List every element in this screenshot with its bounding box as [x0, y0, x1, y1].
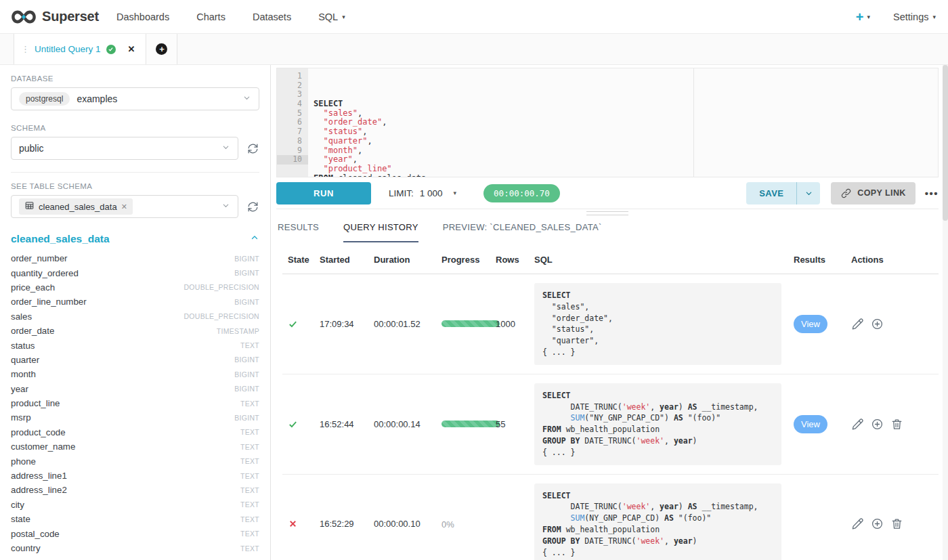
save-split-button: SAVE [746, 182, 820, 204]
schema-column-row: product_lineTEXT [11, 396, 259, 410]
query-duration: 00:00:00.10 [374, 519, 441, 529]
limit-value: 1 000 [420, 188, 443, 198]
add-tab-button[interactable]: + [146, 34, 177, 64]
trash-icon[interactable] [890, 418, 903, 431]
view-results-button[interactable]: View [794, 415, 827, 433]
save-button[interactable]: SAVE [746, 182, 796, 204]
edit-icon[interactable] [851, 318, 864, 330]
sql-snippet: SELECT DATE_TRUNC('week', year) AS __tim… [534, 383, 781, 465]
column-type: TEXT [240, 500, 259, 509]
database-select[interactable]: postgresql examples [11, 87, 259, 110]
query-tabstrip: ⋮ Untitled Query 1 ✕ + [0, 34, 948, 65]
caret-down-icon: ▾ [932, 14, 936, 20]
column-type: BIGINT [234, 414, 259, 422]
nav-item-sql[interactable]: SQL▾ [318, 12, 345, 22]
schema-label: SCHEMA [11, 124, 259, 132]
schema-value: public [19, 143, 44, 154]
column-type: DOUBLE_PRECISION [184, 283, 259, 291]
column-type: TEXT [240, 472, 259, 480]
schema-column-row: customer_nameTEXT [11, 439, 259, 454]
column-type: DOUBLE_PRECISION [184, 312, 259, 320]
edit-icon[interactable] [851, 418, 864, 431]
code-line: "month", [308, 146, 938, 156]
query-results-cell: View [794, 315, 851, 333]
schema-column-row: statusTEXT [11, 338, 259, 352]
collapse-table-icon[interactable] [250, 233, 259, 245]
column-name: sales [11, 311, 32, 322]
refresh-tables-icon[interactable] [246, 200, 259, 213]
history-col-header: Duration [374, 255, 441, 265]
splitter-grip[interactable] [586, 211, 628, 218]
chevron-down-icon [221, 142, 230, 154]
nav-item-dashboards[interactable]: Dashboards [116, 12, 169, 22]
save-options-chevron-icon[interactable] [797, 182, 820, 204]
caret-down-icon: ▾ [867, 14, 871, 20]
line-number: 8 [277, 137, 308, 146]
line-number: 9 [277, 146, 308, 156]
sidebar: DATABASE postgresql examples SCHEMA publ… [0, 65, 271, 560]
navbar: Superset DashboardsChartsDatasetsSQL▾ + … [0, 0, 948, 34]
brand[interactable]: Superset [11, 9, 99, 25]
tab-query-history[interactable]: QUERY HISTORY [343, 222, 418, 242]
nav-item-label: Charts [196, 12, 225, 22]
superset-logo-icon [11, 9, 37, 25]
nav-item-label: Dashboards [116, 12, 169, 22]
schema-column-row: quantity_orderedBIGINT [11, 265, 259, 280]
run-button[interactable]: RUN [276, 182, 371, 204]
query-history-row: 17:09:3400:00:01.521000SELECT "sales", "… [282, 274, 939, 374]
history-col-header: Results [794, 255, 851, 265]
settings-dropdown[interactable]: Settings ▾ [893, 12, 936, 22]
progress-bar [441, 320, 500, 327]
table-select[interactable]: cleaned_sales_data ✕ [11, 195, 238, 218]
sql-snippet: SELECT "sales", "order_date", "status", … [534, 283, 781, 365]
nav-item-charts[interactable]: Charts [196, 12, 225, 22]
schema-column-row: address_line1TEXT [11, 469, 259, 483]
scrollbar-thumb[interactable] [943, 65, 948, 221]
plus-circle-icon[interactable] [871, 318, 884, 330]
tab-untitled-query[interactable]: ⋮ Untitled Query 1 ✕ [14, 34, 146, 64]
column-name: city [11, 500, 24, 510]
refresh-schema-icon[interactable] [246, 142, 259, 155]
view-results-button[interactable]: View [794, 315, 827, 333]
schema-column-row: countryTEXT [11, 541, 259, 555]
code-line: "status", [308, 127, 938, 137]
main-panel: 12345678910 SELECT "sales", "order_date"… [271, 65, 948, 560]
copy-link-button[interactable]: COPY LINK [831, 182, 915, 204]
caret-down-icon: ▾ [342, 14, 345, 20]
more-menu-button[interactable]: ••• [925, 188, 939, 199]
query-duration: 00:00:00.14 [374, 419, 441, 429]
expanded-table-name[interactable]: cleaned_sales_data [11, 233, 110, 245]
plus-circle-icon: + [156, 43, 167, 55]
remove-table-icon[interactable]: ✕ [121, 202, 127, 211]
column-name: product_line [11, 398, 60, 408]
tab-preview-cleaned-sales-data[interactable]: PREVIEW: `CLEANED_SALES_DATA` [443, 222, 602, 242]
column-name: state [11, 514, 30, 524]
query-actions [851, 517, 939, 530]
edit-icon[interactable] [851, 517, 864, 530]
schema-column-row: order_numberBIGINT [11, 251, 259, 265]
trash-icon[interactable] [890, 517, 903, 530]
schema-column-row: quarterBIGINT [11, 353, 259, 367]
nav-item-label: Datasets [253, 12, 291, 22]
query-timer-badge: 00:00:00.70 [483, 184, 560, 202]
nav-item-datasets[interactable]: Datasets [253, 12, 291, 22]
query-rows: 1000 [496, 319, 534, 329]
nav-item-label: SQL [318, 12, 338, 22]
column-name: msrp [11, 412, 31, 423]
tab-results[interactable]: RESULTS [278, 222, 319, 242]
history-col-header: State [282, 255, 320, 265]
query-history-row: 16:52:4400:00:00.1455SELECT DATE_TRUNC('… [282, 374, 939, 475]
column-name: product_code [11, 427, 66, 437]
query-progress: 0% [441, 518, 496, 530]
table-chip-label: cleaned_sales_data [39, 202, 117, 212]
schema-select[interactable]: public [11, 137, 238, 160]
new-item-dropdown[interactable]: + ▾ [856, 10, 870, 24]
query-sql-cell: SELECT "sales", "order_date", "status", … [534, 283, 794, 365]
plus-circle-icon[interactable] [871, 418, 884, 431]
plus-circle-icon[interactable] [871, 517, 884, 530]
limit-dropdown[interactable]: LIMIT: 1 000 ▾ [389, 188, 456, 198]
editor-toolbar: RUN LIMIT: 1 000 ▾ 00:00:00.70 SAVE [276, 177, 939, 209]
sql-editor[interactable]: 12345678910 SELECT "sales", "order_date"… [276, 68, 939, 177]
chevron-down-icon [242, 93, 251, 105]
close-tab-icon[interactable]: ✕ [128, 44, 135, 54]
